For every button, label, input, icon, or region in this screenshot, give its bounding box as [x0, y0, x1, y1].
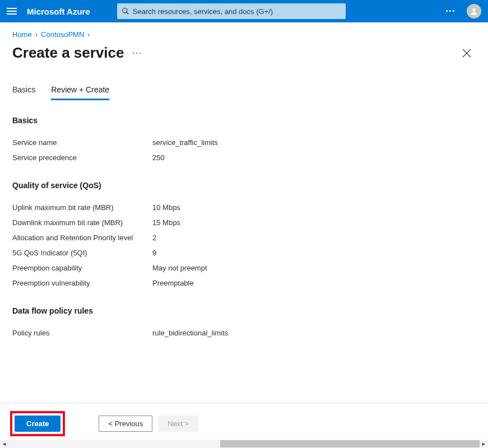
breadcrumb-home[interactable]: Home	[12, 30, 32, 39]
hamburger-icon[interactable]	[7, 8, 17, 15]
field-value: 2	[152, 234, 156, 242]
table-row: Downlink maximum bit rate (MBR)15 Mbps	[12, 215, 476, 230]
field-label: Service precedence	[12, 153, 152, 162]
field-label: Service name	[12, 138, 152, 147]
create-button[interactable]: Create	[15, 416, 61, 432]
section-basics: Basics Service name service_traffic_limi…	[12, 116, 476, 165]
search-input[interactable]	[133, 7, 341, 16]
chevron-right-icon: ›	[87, 30, 90, 39]
scrollbar-track[interactable]	[8, 440, 480, 448]
horizontal-scrollbar[interactable]: ◄ ►	[0, 440, 488, 448]
table-row: Service precedence 250	[12, 150, 476, 165]
field-value: 9	[152, 249, 156, 257]
previous-button[interactable]: < Previous	[99, 416, 152, 432]
section-heading: Data flow policy rules	[12, 306, 476, 315]
scrollbar-thumb[interactable]	[220, 440, 480, 447]
section-qos: Quality of service (QoS) Uplink maximum …	[12, 181, 476, 291]
section-policy: Data flow policy rules Policy rules rule…	[12, 306, 476, 340]
table-row: Policy rules rule_bidirectional_limits	[12, 325, 476, 340]
footer-bar: Create < Previous Next >	[0, 403, 488, 440]
table-row: Allocation and Retention Priority level2	[12, 230, 476, 245]
overflow-menu-icon[interactable]: ···	[441, 6, 460, 17]
top-bar: Microsoft Azure ···	[0, 0, 488, 22]
field-label: Downlink maximum bit rate (MBR)	[12, 218, 152, 227]
next-button: Next >	[158, 416, 198, 432]
main-content: Home › ContosoPMN › Create a service ···…	[0, 22, 488, 340]
brand-label: Microsoft Azure	[27, 7, 90, 16]
user-avatar[interactable]	[467, 4, 481, 18]
field-label: Preemption vulnerability	[12, 279, 152, 287]
field-value: rule_bidirectional_limits	[152, 329, 228, 337]
field-value: 250	[152, 153, 165, 162]
field-label: Allocation and Retention Priority level	[12, 234, 152, 242]
table-row: Preemption capabilityMay not preempt	[12, 260, 476, 276]
search-box[interactable]	[117, 3, 346, 19]
chevron-right-icon: ›	[35, 30, 38, 39]
svg-point-0	[123, 8, 127, 13]
svg-line-1	[127, 12, 129, 15]
field-label: Policy rules	[12, 329, 152, 337]
field-value: service_traffic_limits	[152, 138, 218, 147]
field-value: 10 Mbps	[152, 203, 180, 212]
field-value: Preemptable	[152, 279, 194, 287]
page-header: Create a service ···	[12, 44, 476, 62]
table-row: Preemption vulnerabilityPreemptable	[12, 276, 476, 291]
person-icon	[470, 7, 478, 16]
field-label: Uplink maximum bit rate (MBR)	[12, 203, 152, 212]
table-row: Uplink maximum bit rate (MBR)10 Mbps	[12, 200, 476, 215]
page-title: Create a service	[12, 44, 124, 62]
field-label: 5G QoS Indicator (5QI)	[12, 249, 152, 257]
field-value: 15 Mbps	[152, 218, 180, 227]
field-label: Preemption capability	[12, 264, 152, 272]
scroll-right-icon[interactable]: ►	[480, 441, 488, 447]
section-heading: Quality of service (QoS)	[12, 181, 476, 190]
tab-bar: Basics Review + Create	[12, 85, 476, 100]
field-value: May not preempt	[152, 264, 207, 272]
section-heading: Basics	[12, 116, 476, 125]
tab-basics[interactable]: Basics	[12, 85, 35, 100]
scroll-left-icon[interactable]: ◄	[0, 441, 8, 447]
tab-review-create[interactable]: Review + Create	[51, 85, 109, 100]
page-more-icon[interactable]: ···	[132, 47, 142, 59]
table-row: 5G QoS Indicator (5QI)9	[12, 245, 476, 260]
svg-point-2	[472, 8, 475, 11]
breadcrumb: Home › ContosoPMN ›	[12, 30, 476, 39]
search-icon	[122, 7, 129, 15]
close-icon[interactable]	[462, 49, 471, 58]
breadcrumb-resource[interactable]: ContosoPMN	[41, 30, 84, 39]
table-row: Service name service_traffic_limits	[12, 135, 476, 150]
highlight-annotation: Create	[10, 411, 65, 436]
